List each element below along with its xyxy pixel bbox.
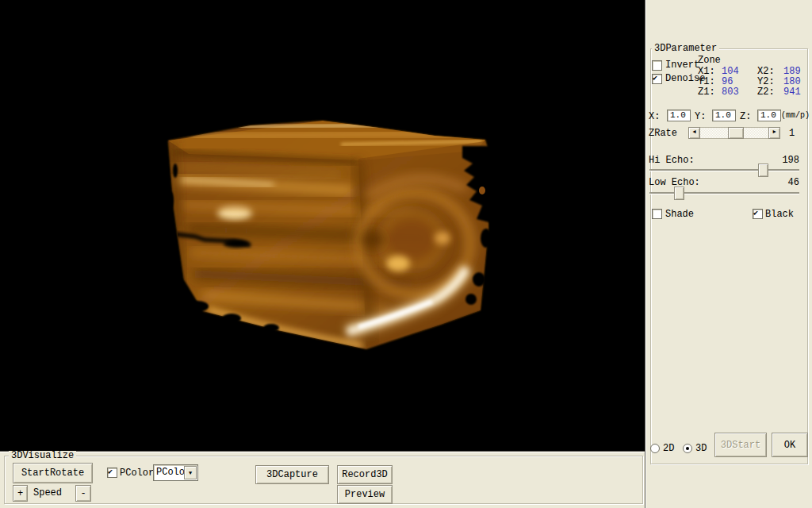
ok-button[interactable]: OK xyxy=(772,433,808,457)
zrate-scrollbar[interactable]: ◄ ► xyxy=(688,127,780,139)
mode-2d-label: 2D xyxy=(663,444,674,453)
zone-y1-label: Y1: xyxy=(698,77,715,87)
scale-z-label: Z: xyxy=(740,112,751,121)
zone-z2-label: Z2: xyxy=(757,87,775,97)
application-window: 3DParameter Invert Denoise Zone X1: 104 … xyxy=(0,0,812,508)
capture-3d-button[interactable]: 3DCapture xyxy=(255,465,329,484)
hi-echo-label: Hi Echo: xyxy=(649,156,695,165)
zone-z2-value: 941 xyxy=(783,87,801,97)
zone-z1-value: 803 xyxy=(722,87,739,97)
pcolor-dropdown[interactable]: PColor ▼ xyxy=(153,464,198,481)
scale-y-input[interactable] xyxy=(712,110,736,121)
hi-echo-value: 198 xyxy=(768,156,799,165)
scale-x-input[interactable] xyxy=(667,110,691,121)
zone-y2-label: Y2: xyxy=(757,77,775,87)
mode-2d-radio[interactable] xyxy=(650,444,660,453)
start-3d-button[interactable]: 3DStart xyxy=(714,433,767,457)
denoise-checkbox[interactable] xyxy=(652,74,662,84)
parameter-group-title: 3DParameter xyxy=(652,44,719,53)
hi-echo-slider-thumb[interactable] xyxy=(758,164,768,177)
render-viewport-3d[interactable] xyxy=(0,0,645,451)
low-echo-slider-thumb[interactable] xyxy=(674,187,684,200)
zone-y2-value: 180 xyxy=(783,77,801,87)
pcolor-checkbox[interactable] xyxy=(107,468,117,478)
scale-z-input[interactable] xyxy=(757,110,781,121)
pcolor-label: PColor xyxy=(120,468,154,478)
scale-x-label: X: xyxy=(649,112,660,121)
invert-checkbox[interactable] xyxy=(652,60,662,71)
zrate-label: ZRate xyxy=(649,129,677,138)
low-echo-value: 46 xyxy=(768,178,799,187)
visualize-group-title: 3DVisualize xyxy=(9,451,76,460)
zone-z1-label: Z1: xyxy=(698,87,715,97)
zone-y1-value: 96 xyxy=(722,77,733,87)
zrate-scroll-thumb[interactable] xyxy=(728,127,744,139)
invert-label: Invert xyxy=(665,60,699,70)
zone-title: Zone xyxy=(698,56,721,65)
black-label: Black xyxy=(765,210,794,219)
black-checkbox[interactable] xyxy=(753,209,763,219)
zone-x2-label: X2: xyxy=(757,67,775,76)
low-echo-slider-track[interactable] xyxy=(649,192,799,194)
hi-echo-slider-track[interactable] xyxy=(649,169,799,171)
scale-y-label: Y: xyxy=(695,112,706,121)
zone-x1-value: 104 xyxy=(722,67,739,76)
chevron-down-icon[interactable]: ▼ xyxy=(184,466,197,479)
zrate-scroll-left-icon[interactable]: ◄ xyxy=(688,127,700,139)
shade-checkbox[interactable] xyxy=(652,209,662,219)
volume-render-image xyxy=(0,0,645,451)
mode-3d-label: 3D xyxy=(695,444,707,453)
mode-3d-radio[interactable] xyxy=(683,444,692,453)
zrate-value: 1 xyxy=(789,129,795,138)
speed-label: Speed xyxy=(33,488,62,498)
scale-unit-label: (mm/p) xyxy=(781,111,810,121)
zone-x2-value: 189 xyxy=(783,67,801,76)
start-rotate-button[interactable]: StartRotate xyxy=(13,463,93,483)
zrate-scroll-right-icon[interactable]: ► xyxy=(768,127,780,139)
preview-button[interactable]: Preview xyxy=(337,485,393,504)
zone-x1-label: X1: xyxy=(698,67,715,76)
shade-label: Shade xyxy=(665,210,694,219)
speed-plus-button[interactable]: + xyxy=(13,485,28,502)
record-3d-button[interactable]: Record3D xyxy=(337,465,393,484)
speed-minus-button[interactable]: - xyxy=(75,485,91,502)
